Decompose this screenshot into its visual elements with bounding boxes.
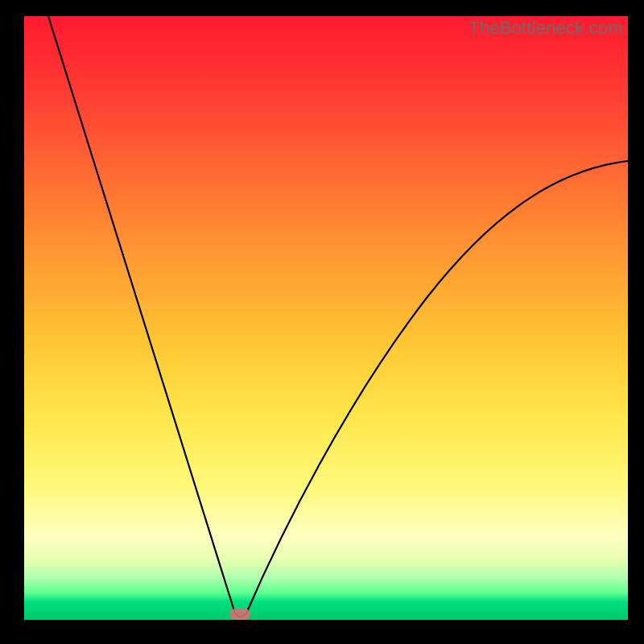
chart-frame: TheBottleneck.com bbox=[0, 0, 644, 644]
plot-area: TheBottleneck.com bbox=[24, 16, 628, 620]
bottleneck-curve bbox=[24, 16, 628, 620]
optimum-marker bbox=[229, 609, 250, 620]
curve-path bbox=[48, 16, 628, 617]
